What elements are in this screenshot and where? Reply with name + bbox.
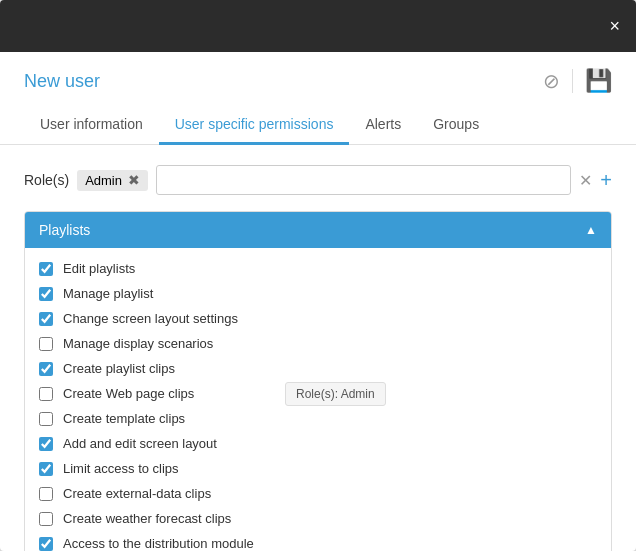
modal-title: New user [24,71,100,92]
tabs-bar: User information User specific permissio… [0,106,636,145]
modal-top-bar: New user ⊘ 💾 [0,52,636,94]
tab-content: Role(s) Admin ✖ ✕ + Playlists ▲ Edit p [0,145,636,551]
roles-label: Role(s) [24,172,69,188]
label-manage-playlist: Manage playlist [63,286,153,301]
roles-add-icon[interactable]: + [600,169,612,192]
roles-row: Role(s) Admin ✖ ✕ + [24,165,612,195]
permission-add-edit-screen-layout: Add and edit screen layout [25,431,611,456]
permission-create-web-page-clips: Create Web page clips Role(s): Admin [25,381,611,406]
modal-content: New user ⊘ 💾 User information User speci… [0,52,636,551]
tab-groups[interactable]: Groups [417,106,495,145]
label-create-external-data-clips: Create external-data clips [63,486,211,501]
role-tag-name: Admin [85,173,122,188]
role-tag-admin: Admin ✖ [77,170,148,191]
permission-manage-playlist: Manage playlist [25,281,611,306]
permission-edit-playlists: Edit playlists [25,256,611,281]
label-access-distribution-module: Access to the distribution module [63,536,254,551]
permission-access-distribution-module: Access to the distribution module [25,531,611,551]
playlists-section-header[interactable]: Playlists ▲ [25,212,611,248]
checkbox-add-edit-screen-layout[interactable] [39,437,53,451]
label-manage-display-scenarios: Manage display scenarios [63,336,213,351]
checkbox-limit-access-to-clips[interactable] [39,462,53,476]
checkbox-edit-playlists[interactable] [39,262,53,276]
playlists-section-title: Playlists [39,222,90,238]
permission-change-screen-layout-settings: Change screen layout settings [25,306,611,331]
cancel-icon[interactable]: ⊘ [543,69,560,93]
playlists-section: Playlists ▲ Edit playlists Manage playli… [24,211,612,551]
permission-limit-access-to-clips: Limit access to clips [25,456,611,481]
checkbox-change-screen-layout-settings[interactable] [39,312,53,326]
checkbox-create-template-clips[interactable] [39,412,53,426]
permission-create-template-clips: Create template clips [25,406,611,431]
label-edit-playlists: Edit playlists [63,261,135,276]
checkbox-create-external-data-clips[interactable] [39,487,53,501]
label-limit-access-to-clips: Limit access to clips [63,461,179,476]
permission-create-external-data-clips: Create external-data clips [25,481,611,506]
checkbox-create-playlist-clips[interactable] [39,362,53,376]
tab-user-information[interactable]: User information [24,106,159,145]
modal-header: × [0,0,636,52]
label-change-screen-layout-settings: Change screen layout settings [63,311,238,326]
tooltip-role-admin: Role(s): Admin [285,382,386,406]
checkbox-create-weather-forecast-clips[interactable] [39,512,53,526]
label-create-template-clips: Create template clips [63,411,185,426]
label-create-playlist-clips: Create playlist clips [63,361,175,376]
checkbox-manage-display-scenarios[interactable] [39,337,53,351]
roles-clear-icon[interactable]: ✕ [579,171,592,190]
permission-create-weather-forecast-clips: Create weather forecast clips [25,506,611,531]
close-button[interactable]: × [609,17,620,35]
modal: × New user ⊘ 💾 User information User spe… [0,0,636,551]
tab-user-specific-permissions[interactable]: User specific permissions [159,106,350,145]
action-divider [572,69,573,93]
permission-create-playlist-clips: Create playlist clips [25,356,611,381]
save-icon[interactable]: 💾 [585,68,612,94]
checkbox-manage-playlist[interactable] [39,287,53,301]
tab-alerts[interactable]: Alerts [349,106,417,145]
label-create-weather-forecast-clips: Create weather forecast clips [63,511,231,526]
roles-input[interactable] [156,165,571,195]
checkbox-access-distribution-module[interactable] [39,537,53,551]
modal-actions: ⊘ 💾 [543,68,612,94]
checkbox-create-web-page-clips[interactable] [39,387,53,401]
playlists-permission-list: Edit playlists Manage playlist Change sc… [25,248,611,551]
permission-manage-display-scenarios: Manage display scenarios [25,331,611,356]
playlists-chevron-icon: ▲ [585,223,597,237]
label-create-web-page-clips: Create Web page clips [63,386,194,401]
label-add-edit-screen-layout: Add and edit screen layout [63,436,217,451]
role-tag-close[interactable]: ✖ [128,173,140,187]
